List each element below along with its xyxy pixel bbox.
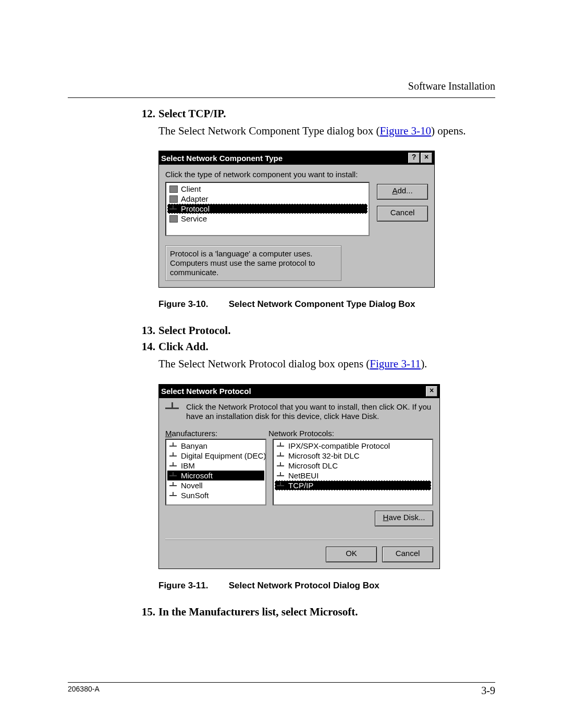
list-item-label: Client [181,184,201,193]
list-item-label: Microsoft DLC [288,461,338,470]
list-item[interactable]: IPX/SPX-compatible Protocol [275,441,431,451]
select-network-component-type-dialog: Select Network Component Type ? × Click … [158,151,435,288]
figure-3-10-label: Figure 3-10. [158,299,226,310]
footer-docid: 206380-A [68,685,100,697]
list-item-label: Microsoft 32-bit DLC [288,451,360,460]
list-item-label: Protocol [181,204,210,213]
page-footer: 206380-A 3-9 [68,678,495,697]
figure-3-11-label: Figure 3-11. [158,581,226,591]
list-item[interactable]: Microsoft [167,471,264,480]
cancel-button[interactable]: Cancel [382,547,433,562]
step-15-text: In the Manufacturers list, select Micros… [158,606,358,619]
protocol-icon [277,442,285,450]
component-type-listbox[interactable]: Client Adapter Protocol Service [165,182,370,236]
protocol-icon [169,205,178,213]
figure-3-10-caption: Figure 3-10. Select Network Component Ty… [158,299,495,310]
dlg1-title: Select Network Component Type [161,154,407,163]
dlg1-instruction: Click the type of network component you … [165,170,428,179]
figure-3-11-caption: Figure 3-11. Select Network Protocol Dia… [158,581,495,591]
footer-rule [68,682,495,683]
protocol-icon [169,452,178,460]
protocol-icon [277,462,285,470]
list-item[interactable]: Digital Equipment (DEC) [167,451,264,461]
client-icon [169,186,178,193]
list-item-label: Microsoft [181,471,213,480]
step-12-desc-pre: The Select Network Component Type dialog… [158,125,380,137]
footer-page-number: 3-9 [481,685,495,697]
step-14-text: Click Add. [158,340,209,353]
help-icon[interactable]: ? [408,153,420,163]
figure-3-11-caption-text: Select Network Protocol Dialog Box [229,581,380,590]
protocol-icon [165,402,180,415]
list-item-label: NetBEUI [288,471,319,480]
protocol-icon [169,442,178,450]
list-item-label: Digital Equipment (DEC) [181,451,266,460]
list-item-label: IBM [181,461,195,470]
figure-3-10-caption-text: Select Network Component Type Dialog Box [229,299,415,309]
dlg2-titlebar: Select Network Protocol × [159,385,439,398]
have-disk-button[interactable]: Have Disk... [375,511,433,526]
list-item-label: Adapter [181,194,209,203]
list-item[interactable]: Client [167,184,368,194]
step-14-number: 14. [141,340,155,353]
list-item-label: Novell [181,481,203,490]
select-network-protocol-dialog: Select Network Protocol × Click the Netw… [158,384,440,570]
list-item-label: TCP/IP [288,481,313,490]
figure-3-10-link[interactable]: Figure 3-10 [380,125,431,137]
step-12-desc: The Select Network Component Type dialog… [158,124,495,138]
step-13-text: Select Protocol. [158,324,230,337]
service-icon [169,215,178,223]
adapter-icon [169,195,178,203]
network-protocols-label: Network Protocols: [268,429,334,438]
list-item[interactable]: Novell [167,480,264,490]
list-item[interactable]: SunSoft [167,490,264,500]
step-15: 15. In the Manufacturers list, select Mi… [141,606,495,619]
list-item-label: SunSoft [181,491,209,500]
network-protocols-listbox[interactable]: IPX/SPX-compatible Protocol Microsoft 32… [273,439,433,505]
list-item[interactable]: Service [167,214,368,224]
list-item[interactable]: Microsoft DLC [275,461,431,471]
protocol-icon [169,492,178,499]
close-icon[interactable]: × [426,386,437,397]
step-14-desc-pre: The Select Network Protocol dialog box o… [158,357,370,370]
protocol-icon [277,452,285,460]
cancel-button[interactable]: Cancel [377,206,428,221]
protocol-icon [169,472,178,479]
list-item[interactable]: TCP/IP [275,480,431,490]
dlg2-title: Select Network Protocol [161,387,425,396]
page-header-section: Software Installation [68,33,495,97]
step-13-number: 13. [141,324,155,337]
protocol-icon [169,482,178,489]
step-14: 14. Click Add. [141,340,495,353]
list-item[interactable]: Microsoft 32-bit DLC [275,451,431,461]
list-item[interactable]: Adapter [167,194,368,204]
step-15-number: 15. [141,606,155,619]
protocol-icon [277,472,285,479]
protocol-icon [169,462,178,470]
step-14-desc: The Select Network Protocol dialog box o… [158,356,495,371]
dlg2-instruction: Click the Network Protocol that you want… [186,402,433,422]
step-14-desc-post: ). [421,357,427,370]
list-item-label: Service [181,214,207,223]
list-item[interactable]: Protocol [167,204,368,214]
list-item-label: IPX/SPX-compatible Protocol [288,441,390,450]
step-12-number: 12. [141,107,155,120]
dlg1-description: Protocol is a 'language' a computer uses… [165,245,341,281]
figure-3-11-link[interactable]: Figure 3-11 [370,357,421,370]
list-item[interactable]: Banyan [167,441,264,451]
header-rule [68,97,495,98]
add-button[interactable]: Add... [377,184,428,200]
step-12-desc-post: ) opens. [431,125,466,137]
list-item-label: Banyan [181,441,207,450]
step-12-text: Select TCP/IP. [158,107,226,120]
step-12: 12. Select TCP/IP. [141,107,495,120]
protocol-icon [277,482,285,489]
dlg1-titlebar: Select Network Component Type ? × [159,151,434,165]
step-13: 13. Select Protocol. [141,324,495,337]
list-item[interactable]: NetBEUI [275,471,431,480]
ok-button[interactable]: OK [326,547,377,562]
manufacturers-listbox[interactable]: Banyan Digital Equipment (DEC) IBM [165,439,266,505]
list-item[interactable]: IBM [167,461,264,471]
manufacturers-label: Manufacturers: [165,429,262,438]
close-icon[interactable]: × [421,153,432,163]
